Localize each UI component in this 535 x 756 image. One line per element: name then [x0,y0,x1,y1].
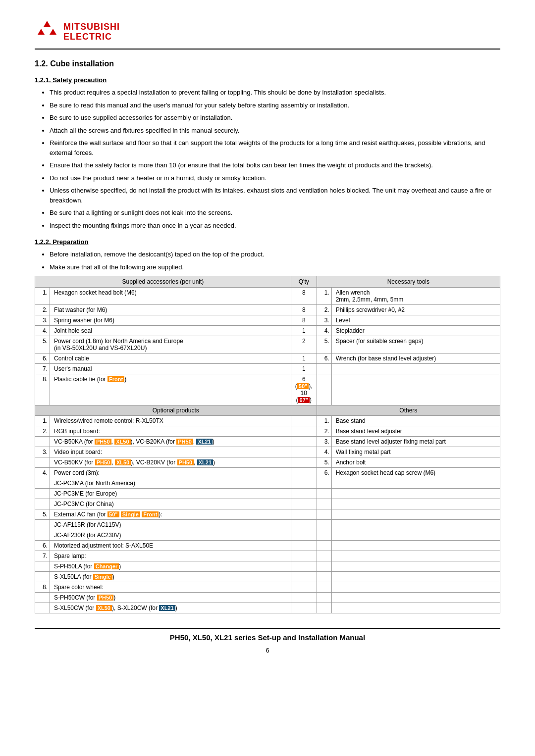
list-item: Be sure to read this manual and the user… [50,101,500,110]
table-row: 6. Motorized adjustment tool: S-AXL50E [35,541,500,551]
table-row: 4. Power cord (3m): 6. Hexagon socket he… [35,468,500,478]
table-row: 4. Joint hole seal 1 4. Stepladder [35,326,500,336]
table-row: S-XL50LA (for Single) [35,572,500,582]
subsection-safety-title: 1.2.1. Safety precaution [35,76,500,84]
highlight-changer: Changer [94,563,119,569]
table-row: 5. External AC fan (for 50" Single Front… [35,509,500,520]
table-row: 1. Wireless/wired remote control: R-XL50… [35,416,500,426]
highlight-front: Front [107,376,124,382]
table-row: JC-PC3ME (for Europe) [35,489,500,499]
list-item: Attach all the screws and fixtures speci… [50,126,500,136]
list-item: Make sure that all of the following are … [50,262,500,272]
preparation-bullets: Before installation, remove the desiccan… [35,250,500,272]
highlight-xl50-3: XL50 [96,605,112,611]
highlight-67in: 67" [298,397,310,403]
highlight-single: Single [121,511,140,517]
table-row: JC-AF115R (for AC115V) [35,520,500,530]
highlight-xl21-2: XL21 [197,459,213,465]
subsection-preparation-title: 1.2.2. Preparation [35,238,500,246]
col-qty-header: Q'ty [291,276,317,288]
table-row: S-XL50CW (for XL50), S-XL20CW (for XL21) [35,603,500,613]
section-title: 1.2. Cube installation [35,59,500,68]
safety-bullets: This product requires a special installa… [35,88,500,230]
list-item: Be sure to use supplied accessories for … [50,113,500,123]
footer-title: PH50, XL50, XL21 series Set-up and Insta… [170,633,365,642]
svg-marker-0 [44,21,51,27]
highlight-50in: 50" [297,383,309,389]
logo: MITSUBISHI ELECTRIC [35,20,120,45]
highlight-ph50-3: PH50 [95,459,112,465]
table-row: VC-B50KA (for PH50, XL50), VC-B20KA (for… [35,437,500,447]
highlight-50in-2: 50" [107,511,119,517]
highlight-ph50-4: PH50 [177,459,194,465]
highlight-xl50: XL50 [114,439,130,445]
list-item: Reinforce the wall surface and floor so … [50,138,500,157]
table-row: VC-B50KV (for PH50, XL50), VC-B20KV (for… [35,457,500,468]
logo-text: MITSUBISHI ELECTRIC [63,22,120,42]
page-header: MITSUBISHI ELECTRIC [35,20,500,50]
list-item: This product requires a special installa… [50,88,500,98]
table-row: JC-PC3MA (for North America) [35,478,500,489]
supply-table: Supplied accessories (per unit) Q'ty Nec… [35,276,500,613]
highlight-xl21: XL21 [196,439,212,445]
table-row: JC-PC3MC (for China) [35,499,500,509]
table-row: 1. Hexagon socket head bolt (M6) 8 1. Al… [35,288,500,305]
table-row: JC-AF230R (for AC230V) [35,530,500,541]
list-item: Unless otherwise specified, do not insta… [50,186,500,205]
page-footer: PH50, XL50, XL21 series Set-up and Insta… [35,628,500,642]
highlight-ph50: PH50 [95,439,111,445]
table-divider-row: Optional products Others [35,405,500,416]
highlight-ph50-5: PH50 [97,595,114,601]
table-row: 2. RGB input board: 2. Base stand level … [35,426,500,437]
list-item: Ensure that the safety factor is more th… [50,160,500,170]
list-item: Do not use the product near a heater or … [50,173,500,183]
table-row: 6. Control cable 1 6. Wrench (for base s… [35,353,500,364]
col-tools-header: Necessary tools [317,276,500,288]
optional-header: Optional products [35,405,317,416]
svg-marker-1 [38,29,45,35]
svg-marker-2 [50,29,56,35]
col-accessories-header: Supplied accessories (per unit) [35,276,291,288]
highlight-ph50-2: PH50 [176,439,193,445]
table-row: 5. Power cord (1.8m) for North America a… [35,336,500,353]
table-row: 3. Video input board: 4. Wall fixing met… [35,447,500,457]
table-row: 2. Flat washer (for M6) 8 2. Phillips sc… [35,305,500,315]
logo-brand: MITSUBISHI [63,22,120,32]
page-number: 6 [35,647,500,654]
highlight-xl50-2: XL50 [115,459,131,465]
table-row: 7. Spare lamp: [35,551,500,561]
list-item: Inspect the mounting fixings more than o… [50,221,500,231]
logo-subtitle: ELECTRIC [63,32,120,42]
table-row: S-PH50CW (for PH50) [35,593,500,603]
table-row: 3. Spring washer (for M6) 8 3. Level [35,315,500,326]
table-row: 8. Spare color wheel: [35,582,500,593]
list-item: Be sure that a lighting or sunlight does… [50,208,500,218]
table-row: 8. Plastic cable tie (for Front) 6 (50")… [35,374,500,405]
highlight-single-2: Single [93,574,112,580]
table-row: 7. User's manual 1 [35,364,500,374]
highlight-xl21-3: XL21 [159,605,175,611]
others-header: Others [317,405,500,416]
highlight-front-2: Front [142,511,159,517]
list-item: Before installation, remove the desiccan… [50,250,500,259]
mitsubishi-logo-icon [35,20,59,45]
table-row: S-PH50LA (for Changer) [35,561,500,572]
